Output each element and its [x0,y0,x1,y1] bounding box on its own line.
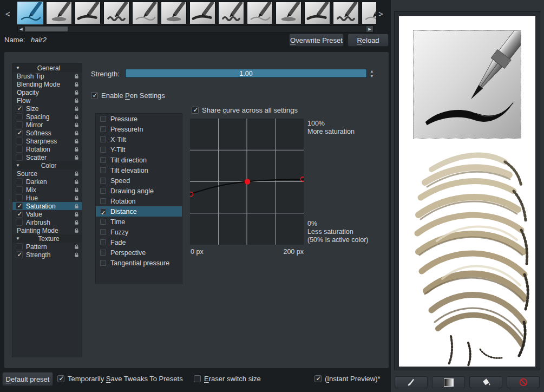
sensor-item-time[interactable]: Time [96,217,182,227]
sensor-checkbox[interactable] [100,229,106,235]
overwrite-preset-button[interactable]: Overwrite Preset [289,34,344,47]
lock-icon[interactable] [74,130,79,136]
tree-item-brush-tip[interactable]: Brush Tip [12,72,82,80]
tree-section-general[interactable]: ▼General [12,64,82,72]
reload-button[interactable]: Reload [348,34,389,47]
preset-strip-next-button[interactable]: > [378,10,383,18]
item-checkbox[interactable] [16,219,23,226]
preset-thumbnail[interactable] [362,2,376,24]
preset-name-value[interactable]: hair2 [31,36,47,44]
sensor-item-drawing-angle[interactable]: Drawing angle [96,186,182,196]
settings-tree[interactable]: ▼GeneralBrush TipBlending ModeOpacityFlo… [12,63,82,357]
preset-thumbnail[interactable] [333,2,359,24]
lock-icon[interactable] [74,106,79,112]
preset-thumbnail[interactable] [189,2,215,24]
tree-item-flow[interactable]: Flow [12,96,82,104]
fill-with-color-button[interactable] [469,376,502,388]
eraser-switch-size-checkbox[interactable]: Eraser switch size [194,375,261,383]
lock-icon[interactable] [74,122,79,128]
tree-item-airbrush[interactable]: Airbrush [12,218,82,226]
sensor-checkbox[interactable] [100,260,106,266]
lock-icon[interactable] [74,212,79,217]
item-checkbox[interactable] [16,186,23,193]
item-checkbox[interactable] [16,146,23,153]
lock-icon[interactable] [74,139,79,144]
item-checkbox[interactable]: ✓ [16,211,23,218]
preset-strip-prev-button[interactable]: < [5,10,10,18]
item-checkbox[interactable]: ✓ [16,105,23,112]
sensor-checkbox[interactable] [100,147,106,153]
checkbox-box[interactable]: ✓ [57,375,64,382]
sensor-item-speed[interactable]: Speed [96,175,182,186]
collapse-triangle-icon[interactable]: ▼ [12,66,23,70]
item-checkbox[interactable] [16,113,23,120]
lock-icon[interactable] [74,82,79,87]
curve-canvas[interactable] [190,119,304,245]
sensor-checkbox[interactable] [100,198,106,204]
collapse-triangle-icon[interactable]: ▼ [12,163,23,168]
preset-thumbnail[interactable] [103,2,129,24]
strength-spin-down-icon[interactable]: ▼ [369,74,375,79]
lock-icon[interactable] [74,147,79,152]
default-preset-button[interactable]: Default preset [2,372,53,386]
tree-item-painting-mode[interactable]: Painting Mode [12,226,82,234]
reset-scratchpad-button[interactable] [507,376,540,388]
lock-icon[interactable] [74,204,79,209]
lock-icon[interactable] [74,195,79,201]
lock-icon[interactable] [74,252,79,258]
checkbox-box[interactable]: ✓ [192,107,199,114]
instant-preview-checkbox[interactable]: ✓ (Instant Preview)* [314,375,381,383]
sensor-item-fuzzy[interactable]: Fuzzy [96,227,182,237]
scrollbar-handle[interactable] [25,27,68,31]
preset-thumbnail[interactable] [46,2,72,24]
lock-icon[interactable] [74,98,79,103]
fill-with-brush-button[interactable] [395,376,428,388]
tree-section-color[interactable]: ▼Color [12,161,82,169]
tree-item-opacity[interactable]: Opacity [12,88,82,96]
checkbox-box[interactable] [194,375,201,382]
preset-strip-scrollbar[interactable]: ◀ ▶ [17,25,373,32]
item-checkbox[interactable] [16,178,23,185]
fill-with-gradient-button[interactable] [432,376,465,388]
sensor-curve-editor[interactable] [190,119,304,245]
sensor-item-perspective[interactable]: Perspective [96,247,182,258]
lock-icon[interactable] [74,179,79,185]
lock-icon[interactable] [74,114,79,120]
sensor-checkbox[interactable]: ✓ [100,208,106,214]
sensor-checkbox[interactable] [100,250,106,256]
collapse-triangle-icon[interactable]: ▼ [12,236,23,241]
preset-thumbnail-selected[interactable] [17,2,43,24]
lock-icon[interactable] [74,155,79,160]
tree-item-value[interactable]: ✓Value [12,210,82,218]
tree-item-spacing[interactable]: Spacing [12,113,82,121]
checkbox-box[interactable]: ✓ [314,375,322,382]
scrollbar-left-arrow-icon[interactable]: ◀ [18,26,24,32]
tree-item-pattern[interactable]: Pattern [12,243,82,251]
curve-point-selected[interactable] [245,179,250,184]
tree-item-source[interactable]: Source [12,169,82,178]
tree-item-darken[interactable]: Darken [12,178,82,186]
sensor-checkbox[interactable] [100,116,106,122]
sensor-item-pressurein[interactable]: PressureIn [96,124,182,134]
item-checkbox[interactable] [16,138,23,145]
sensor-item-tilt-direction[interactable]: Tilt direction [96,155,182,165]
sensor-item-pressure[interactable]: Pressure [96,114,182,124]
sensor-checkbox[interactable] [100,167,106,173]
lock-icon[interactable] [74,244,79,250]
strength-spin-up-icon[interactable]: ▲ [369,69,375,74]
sensor-checkbox[interactable] [100,157,106,163]
tree-item-scatter[interactable]: Scatter [12,153,82,161]
lock-icon[interactable] [74,74,79,79]
sensor-item-tangential-pressure[interactable]: Tangential pressure [96,258,182,268]
tree-item-size[interactable]: ✓Size [12,104,82,113]
lock-icon[interactable] [74,220,79,225]
tree-item-rotation[interactable]: Rotation [12,145,82,153]
sensor-item-rotation[interactable]: Rotation [96,196,182,206]
sensor-item-y-tilt[interactable]: Y-Tilt [96,145,182,155]
tree-item-sharpness[interactable]: Sharpness [12,137,82,145]
save-tweaks-checkbox[interactable]: ✓ Temporarily Save Tweaks To Presets [57,375,183,383]
item-checkbox[interactable] [16,121,23,128]
tree-item-hue[interactable]: Hue [12,194,82,202]
sensor-item-x-tilt[interactable]: X-Tilt [96,134,182,145]
scrollbar-right-arrow-icon[interactable]: ▶ [366,26,373,32]
